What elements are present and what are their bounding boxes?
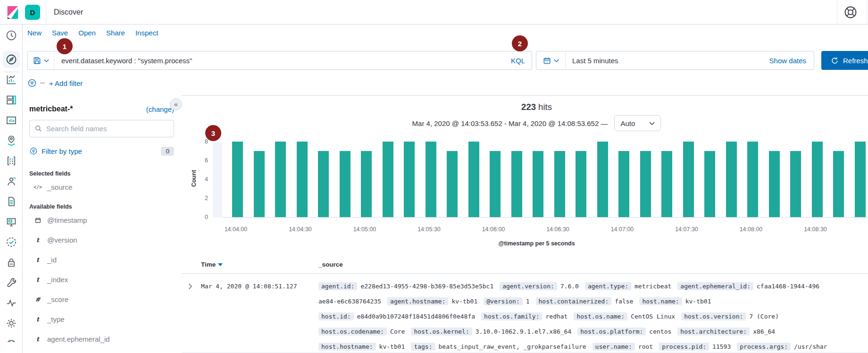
x-axis-ticks: 14:04:0014:04:3014:05:0014:05:3014:06:00… — [212, 226, 868, 234]
field-item-_score[interactable]: #_score — [29, 289, 174, 309]
rail-item-maps[interactable] — [0, 132, 23, 149]
field-name: _score — [47, 295, 68, 303]
show-dates-button[interactable]: Show dates — [769, 57, 814, 65]
nav-open-link[interactable]: Open — [78, 29, 96, 37]
field-item-@timestamp[interactable]: @timestamp — [29, 210, 174, 230]
space-avatar[interactable]: D — [25, 5, 40, 20]
annotation-badge-1: 1 — [57, 38, 73, 54]
rail-item-recently-viewed[interactable] — [0, 27, 23, 44]
rail-item-apm[interactable] — [0, 213, 23, 230]
field-item-_index[interactable]: t_index — [29, 269, 174, 289]
rail-item-management[interactable] — [0, 315, 23, 332]
field-value: 7.6.0 — [560, 283, 579, 290]
field-value: cfaa1468-1944-496 — [757, 283, 819, 290]
nav-share-link[interactable]: Share — [106, 29, 125, 37]
field-name-pill: host.os.version: — [681, 312, 746, 320]
rail-item-dashboard[interactable] — [0, 92, 23, 109]
doc-line: host.hostname:kv-tb01tags:beats_input_ra… — [318, 339, 868, 353]
search-placeholder: Search field names — [46, 125, 107, 133]
field-value: /usr/shar — [794, 343, 827, 350]
help-icon[interactable] — [844, 6, 857, 19]
y-axis-tick: 6 — [190, 157, 208, 164]
field-name-pill: agent.id: — [318, 282, 357, 290]
histogram-bar — [683, 142, 694, 217]
search-field-names-input[interactable]: Search field names — [29, 120, 174, 137]
rail-item-dev-tools[interactable] — [0, 274, 23, 291]
interval-select[interactable]: Auto — [614, 115, 661, 131]
map-pin-icon — [5, 134, 17, 147]
y-axis-tick: 0 — [190, 214, 208, 220]
rail-item-uptime[interactable] — [0, 234, 23, 251]
field-name-pill: process.args: — [737, 343, 791, 351]
rail-item-siem[interactable] — [0, 254, 23, 271]
rail-item-logs[interactable] — [0, 193, 23, 210]
rail-item-discover[interactable] — [3, 51, 20, 68]
field-name: _id — [47, 256, 57, 264]
nav-save-link[interactable]: Save — [52, 29, 68, 37]
discover-main-panel: 223 hits Mar 4, 2020 @ 14:03:53.652 - Ma… — [182, 95, 868, 353]
refresh-button[interactable]: Refresh — [821, 51, 868, 70]
x-axis-tick: 14:08:30 — [804, 226, 827, 233]
time-column-label: Time — [201, 261, 216, 268]
y-axis-tick: 4 — [190, 176, 208, 183]
gear-icon — [5, 317, 17, 329]
histogram-plot[interactable] — [212, 142, 868, 218]
saved-query-button[interactable] — [28, 51, 54, 69]
hits-count: 223 — [521, 102, 536, 112]
field-item-_id[interactable]: t_id — [29, 250, 174, 269]
field-name-pill: process.pid: — [659, 343, 709, 351]
query-language-button[interactable]: KQL — [504, 57, 532, 65]
rail-item-bottom-partial-app[interactable] — [0, 335, 23, 352]
quick-select-button[interactable] — [536, 51, 566, 69]
collapse-sidebar-button[interactable]: « — [170, 98, 182, 110]
field-item-_source[interactable]: </>_source — [29, 177, 174, 197]
field-value: 3.10.0-1062.9.1.el7.x86_64 — [476, 328, 572, 335]
filter-by-type[interactable]: Filter by type 0 — [29, 145, 174, 157]
string-field-icon: t — [33, 256, 42, 263]
field-item-_type[interactable]: t_type — [29, 309, 174, 329]
field-name-pill: tags: — [411, 343, 435, 351]
filter-bar: + Add filter — [27, 77, 83, 89]
sort-desc-icon — [218, 263, 223, 266]
histogram-bar — [361, 151, 372, 217]
histogram-bar — [383, 142, 393, 217]
rail-item-metrics[interactable] — [0, 173, 23, 190]
field-value: beats_input_raw_event, _grokparsefailure — [439, 343, 586, 350]
query-input[interactable]: event.dataset.keyword : "system.process" — [54, 57, 504, 65]
hits-count-line: 223 hits — [182, 102, 868, 112]
field-item-agent.ephemeral_id[interactable]: tagent.ephemeral_id — [29, 329, 174, 349]
x-axis-tick: 14:06:00 — [482, 226, 505, 233]
field-value: kv-tb01 — [379, 343, 405, 350]
nav-new-link[interactable]: New — [27, 29, 42, 37]
rail-item-machine-learning[interactable] — [0, 152, 23, 169]
field-name-pill: agent.type: — [585, 282, 631, 290]
caret-right-icon — [188, 283, 193, 290]
lock-icon — [5, 256, 17, 269]
rail-item-canvas[interactable] — [0, 112, 23, 129]
x-axis-tick: 14:08:00 — [740, 226, 763, 233]
date-picker: Last 5 minutes Show dates — [536, 51, 814, 70]
filter-by-type-label: Filter by type — [42, 147, 82, 155]
expand-row-button[interactable] — [188, 283, 193, 292]
rail-item-stack-monitoring[interactable] — [0, 294, 23, 311]
field-value: kv-tb01 — [685, 298, 711, 305]
time-range-value[interactable]: Last 5 minutes — [566, 57, 769, 65]
string-field-icon: t — [33, 276, 42, 283]
refresh-icon — [831, 57, 839, 65]
histogram-bar — [447, 151, 458, 217]
y-axis-tick: 2 — [190, 195, 208, 202]
field-item-@version[interactable]: t@version — [29, 230, 174, 250]
top-nav-menu: NewSaveOpenShareInspect — [27, 29, 158, 37]
rail-item-visualize[interactable] — [0, 71, 23, 88]
string-field-icon: t — [33, 336, 42, 343]
histogram-bar — [661, 151, 672, 217]
nav-inspect-link[interactable]: Inspect — [135, 29, 158, 37]
string-field-icon: t — [33, 316, 42, 323]
visualize-icon — [5, 74, 17, 86]
field-value: CentOS Linux — [631, 313, 675, 320]
x-axis-tick: 14:07:30 — [675, 226, 698, 233]
histogram-bar — [704, 151, 715, 217]
time-column-sort-header[interactable]: Time — [201, 261, 223, 268]
selected-fields-list: </>_source — [29, 177, 174, 197]
add-filter-link[interactable]: + Add filter — [49, 79, 83, 87]
